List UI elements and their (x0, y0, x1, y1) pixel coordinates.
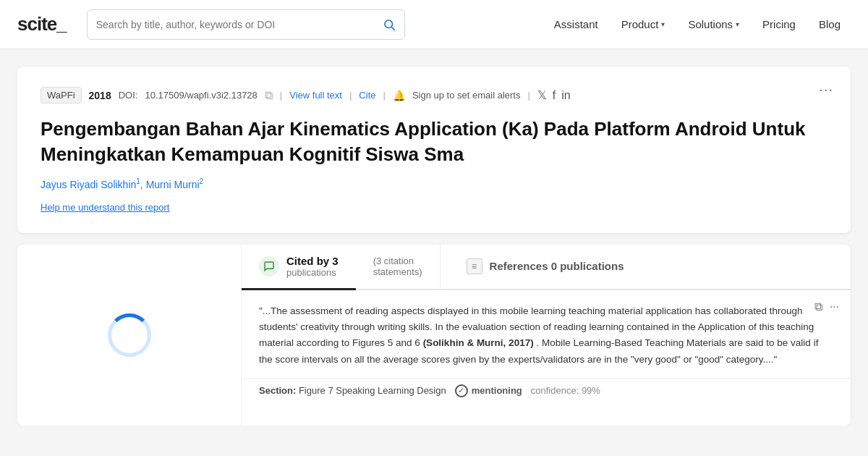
section-row: Section: Figure 7 Speaking Learning Desi… (242, 379, 851, 405)
citation-text: "...The assessment of reading aspects di… (259, 303, 833, 368)
citation-count-sub: statements) (373, 266, 422, 277)
stats-content-row: Cited by 3 publications (3 citation stat… (17, 245, 851, 426)
product-chevron-icon: ▾ (661, 20, 665, 28)
alert-text: Sign up to set email alerts (412, 90, 521, 101)
doi-label: DOI: (119, 90, 138, 101)
author2-name[interactable]: Murni Murni (146, 179, 200, 190)
right-panel: Cited by 3 publications (3 citation stat… (242, 245, 851, 426)
content-area: ··· WaPFi 2018 DOI: 10.17509/wapfi.v3i2.… (0, 49, 868, 426)
section-label: Section: (259, 385, 296, 396)
nav-solutions[interactable]: Solutions ▾ (678, 12, 749, 36)
cite-link[interactable]: Cite (359, 90, 375, 101)
references-doc-icon: ≡ (467, 258, 482, 274)
check-circle-icon: ✓ (455, 384, 468, 397)
twitter-icon[interactable]: 𝕏 (537, 88, 547, 102)
author1-sup: 1 (136, 177, 140, 185)
nav-assistant[interactable]: Assistant (544, 12, 608, 36)
tab-cited-by[interactable]: Cited by 3 publications (242, 245, 356, 290)
facebook-icon[interactable]: f (553, 89, 556, 102)
mentioning-badge: ✓ mentioning (455, 384, 522, 397)
citation-more-icon[interactable]: ··· (830, 300, 839, 313)
copy-doi-icon[interactable]: ⧉ (265, 89, 273, 102)
mentioning-label: mentioning (472, 385, 522, 396)
paper-more-button[interactable]: ··· (819, 81, 833, 98)
paper-card: ··· WaPFi 2018 DOI: 10.17509/wapfi.v3i2.… (17, 67, 851, 233)
citation-count-label: (3 citation (373, 256, 422, 266)
help-understand-link[interactable]: Help me understand this report (41, 202, 169, 213)
search-button[interactable] (383, 18, 396, 31)
svg-line-1 (391, 27, 394, 30)
author1-name[interactable]: Jayus Riyadi Solikhin (41, 179, 136, 190)
view-full-text-link[interactable]: View full text (289, 90, 342, 101)
citation-bold-part: (Solikhin & Murni, 2017) (423, 337, 534, 348)
svg-point-0 (385, 20, 393, 28)
paper-authors: Jayus Riyadi Solikhin1, Murni Murni2 (41, 177, 827, 190)
tabs-row: Cited by 3 publications (3 citation stat… (242, 245, 851, 290)
search-icon (383, 18, 396, 31)
cited-bubble-icon (259, 256, 279, 276)
copy-citation-icon[interactable]: ⧉ (814, 300, 822, 313)
search-input[interactable] (96, 19, 383, 30)
loader-panel (17, 245, 242, 426)
loading-spinner (108, 313, 151, 357)
references-tab-label: References 0 publications (490, 260, 624, 272)
year-tag: 2018 (89, 90, 111, 101)
citation-actions: ⧉ ··· (814, 300, 839, 313)
citation-card: ⧉ ··· "...The assessment of reading aspe… (242, 290, 851, 379)
author2-sup: 2 (200, 177, 204, 185)
tab-references[interactable]: ≡ References 0 publications (449, 245, 642, 290)
bell-icon: 🔔 (393, 90, 405, 101)
nav-product[interactable]: Product ▾ (611, 12, 676, 36)
solutions-chevron-icon: ▾ (736, 20, 739, 28)
cited-tab-label: Cited by 3 (286, 255, 339, 267)
section-value: Figure 7 Speaking Learning Design (299, 385, 446, 396)
paper-title: Pengembangan Bahan Ajar Kinematics Appli… (41, 117, 827, 167)
search-bar (87, 9, 405, 40)
tab-citation-statements[interactable]: (3 citation statements) (356, 245, 441, 290)
linkedin-icon[interactable]: in (561, 89, 570, 102)
social-icons: 𝕏 f in (537, 88, 571, 102)
navbar: scite_ Assistant Product ▾ Solutions ▾ P… (0, 0, 868, 49)
nav-pricing[interactable]: Pricing (752, 12, 806, 36)
nav-blog[interactable]: Blog (809, 12, 851, 36)
doi-value: 10.17509/wapfi.v3i2.13728 (145, 90, 257, 101)
cited-tab-sub: publications (286, 267, 339, 278)
speech-bubble-icon (263, 261, 275, 272)
journal-badge: WaPFi (41, 87, 82, 104)
logo[interactable]: scite_ (17, 13, 67, 35)
confidence-text: confidence: 99% (531, 385, 600, 396)
paper-meta-row: WaPFi 2018 DOI: 10.17509/wapfi.v3i2.1372… (41, 87, 827, 104)
nav-links: Assistant Product ▾ Solutions ▾ Pricing … (544, 12, 851, 36)
